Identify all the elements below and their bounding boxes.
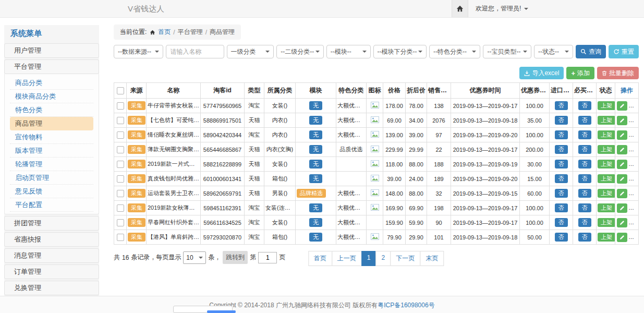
cell-source: 采集 bbox=[127, 201, 147, 215]
imported-badge[interactable]: 否 bbox=[555, 145, 568, 154]
sidebar-subitem-4[interactable]: 宣传物料 bbox=[10, 130, 93, 144]
must-buy-badge[interactable]: 否 bbox=[578, 145, 591, 154]
pager-item-1[interactable]: 上一页 bbox=[332, 251, 362, 266]
edit-button[interactable] bbox=[617, 174, 627, 184]
row-checkbox[interactable] bbox=[117, 102, 124, 110]
sidebar-subitem-5[interactable]: 版本管理 bbox=[10, 144, 93, 158]
sidebar-item-4[interactable]: 消息管理 bbox=[4, 248, 99, 263]
filter-select-feature-category[interactable]: --特色分类-- bbox=[429, 45, 480, 58]
row-checkbox[interactable] bbox=[117, 146, 124, 153]
sidebar-subitem-6[interactable]: 轮播管理 bbox=[10, 158, 93, 171]
edit-button[interactable] bbox=[617, 218, 627, 227]
status-badge[interactable]: 上架 bbox=[598, 145, 615, 154]
search-button[interactable]: 查询 bbox=[576, 45, 606, 58]
sidebar-subitem-7[interactable]: 启动页管理 bbox=[10, 171, 93, 185]
home-button[interactable] bbox=[452, 0, 468, 17]
must-buy-badge[interactable]: 否 bbox=[578, 160, 591, 168]
sidebar-item-0[interactable]: 用户管理 bbox=[4, 43, 99, 58]
imported-badge[interactable]: 否 bbox=[555, 189, 568, 198]
breadcrumb-home-link[interactable]: 首页 bbox=[158, 28, 171, 37]
filter-select-data-source[interactable]: --数据来源-- bbox=[114, 45, 163, 58]
must-buy-badge[interactable]: 否 bbox=[578, 233, 591, 242]
must-buy-badge[interactable]: 否 bbox=[578, 116, 591, 125]
filter-select-level2-category[interactable]: --二级分类-- bbox=[276, 45, 324, 58]
imported-badge[interactable]: 否 bbox=[555, 233, 568, 242]
status-badge[interactable]: 上架 bbox=[598, 160, 615, 168]
must-buy-badge[interactable]: 否 bbox=[578, 174, 591, 183]
filter-select-item-type[interactable]: --宝贝类型-- bbox=[483, 45, 531, 58]
source-badge: 采集 bbox=[128, 218, 145, 227]
name-search-input[interactable] bbox=[166, 45, 224, 58]
user-menu[interactable]: 欢迎您，管理员! bbox=[476, 4, 528, 13]
sidebar-item-6[interactable]: 兑换管理 bbox=[4, 281, 99, 295]
pager-item-0[interactable]: 首页 bbox=[308, 251, 332, 266]
add-button[interactable]: + 添加 bbox=[566, 67, 594, 79]
must-buy-badge[interactable]: 否 bbox=[578, 189, 591, 198]
imported-badge[interactable]: 否 bbox=[555, 116, 568, 125]
must-buy-badge[interactable]: 否 bbox=[578, 130, 591, 139]
row-checkbox[interactable] bbox=[117, 117, 124, 124]
filter-select-module-sub-category[interactable]: --模块下分类-- bbox=[373, 45, 427, 58]
sidebar-subitem-0[interactable]: 商品分类 bbox=[10, 76, 93, 90]
sidebar-item-2[interactable]: 拼团管理 bbox=[4, 216, 99, 231]
imported-badge[interactable]: 否 bbox=[555, 101, 568, 110]
reset-button[interactable]: 重置 bbox=[609, 45, 639, 58]
imported-badge[interactable]: 否 bbox=[555, 203, 568, 212]
sidebar-subitem-1[interactable]: 模块商品分类 bbox=[10, 90, 93, 103]
must-buy-badge[interactable]: 否 bbox=[578, 101, 591, 110]
cell-imported: 否 bbox=[550, 201, 573, 215]
sidebar-subitem-3[interactable]: 商品管理 bbox=[10, 117, 93, 130]
sidebar-subitem-8[interactable]: 意见反馈 bbox=[10, 185, 93, 198]
sidebar-item-3[interactable]: 省惠快报 bbox=[4, 232, 99, 247]
row-checkbox[interactable] bbox=[117, 131, 124, 139]
edit-button[interactable] bbox=[617, 160, 627, 169]
imported-badge[interactable]: 否 bbox=[555, 174, 568, 183]
import-excel-button[interactable]: 导入excel bbox=[519, 67, 564, 79]
edit-button[interactable] bbox=[617, 189, 627, 198]
filter-select-status[interactable]: --状态-- bbox=[534, 45, 573, 58]
edit-button[interactable] bbox=[617, 203, 627, 213]
filter-select-module[interactable]: --模块-- bbox=[326, 45, 371, 58]
imported-badge[interactable]: 否 bbox=[555, 130, 568, 139]
status-badge[interactable]: 上架 bbox=[598, 218, 615, 227]
must-buy-badge[interactable]: 否 bbox=[578, 218, 591, 227]
status-badge[interactable]: 上架 bbox=[598, 130, 615, 139]
status-badge[interactable]: 上架 bbox=[598, 174, 615, 183]
pager-item-3[interactable]: 2 bbox=[376, 251, 391, 266]
sidebar-item-5[interactable]: 订单管理 bbox=[4, 264, 99, 279]
sidebar-subitem-9[interactable]: 平台配置 bbox=[10, 198, 93, 212]
pager-item-5[interactable]: 末页 bbox=[420, 251, 444, 266]
imported-badge[interactable]: 否 bbox=[555, 218, 568, 227]
pager-item-2[interactable]: 1 bbox=[361, 251, 376, 266]
row-checkbox[interactable] bbox=[117, 190, 124, 197]
must-buy-badge[interactable]: 否 bbox=[578, 203, 591, 212]
sidebar-item-1[interactable]: 平台管理 bbox=[4, 59, 99, 74]
imported-badge[interactable]: 否 bbox=[555, 160, 568, 168]
image-icon bbox=[371, 160, 379, 167]
edit-button[interactable] bbox=[617, 101, 627, 111]
filter-select-level1-category[interactable]: 一级分类 bbox=[227, 45, 274, 58]
row-checkbox[interactable] bbox=[117, 161, 124, 168]
column-header-1: 名称 bbox=[147, 83, 201, 99]
edit-button[interactable] bbox=[617, 145, 627, 154]
select-all-checkbox[interactable] bbox=[117, 87, 124, 94]
status-badge[interactable]: 上架 bbox=[598, 101, 615, 110]
sidebar-subitem-2[interactable]: 特色分类 bbox=[10, 103, 93, 117]
row-checkbox[interactable] bbox=[117, 234, 124, 241]
row-checkbox[interactable] bbox=[117, 204, 124, 212]
icp-link[interactable]: 粤ICP备16098006号 bbox=[378, 302, 434, 309]
jump-button[interactable]: 跳转到 bbox=[223, 251, 248, 264]
edit-button[interactable] bbox=[617, 233, 627, 242]
row-checkbox[interactable] bbox=[117, 175, 124, 183]
status-badge[interactable]: 上架 bbox=[598, 233, 615, 242]
status-badge[interactable]: 上架 bbox=[598, 189, 615, 198]
status-badge[interactable]: 上架 bbox=[598, 203, 615, 212]
status-badge[interactable]: 上架 bbox=[598, 116, 615, 125]
edit-button[interactable] bbox=[617, 116, 627, 125]
pager-item-4[interactable]: 下一页 bbox=[390, 251, 420, 266]
jump-page-input[interactable] bbox=[258, 252, 277, 263]
page-size-select[interactable]: 10 bbox=[183, 251, 206, 264]
batch-delete-button[interactable]: 批量删除 bbox=[597, 67, 639, 79]
edit-button[interactable] bbox=[617, 130, 627, 140]
row-checkbox[interactable] bbox=[117, 219, 124, 226]
